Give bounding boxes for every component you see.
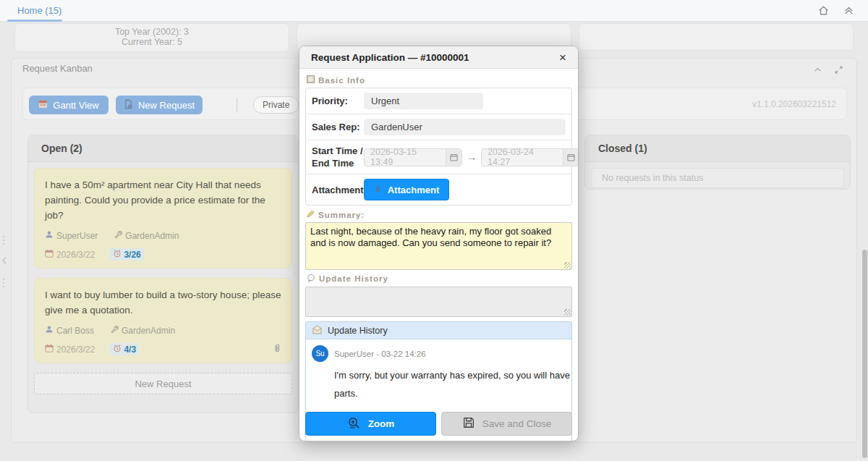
collapse-all-icon[interactable] <box>843 4 855 17</box>
modal-header: Request Application — #10000001 × <box>299 46 578 69</box>
gantt-view-label: Gantt View <box>53 100 98 111</box>
modal-footer: Zoom Save and Close <box>299 409 578 441</box>
history-entry-message: I'm sorry, but your warranty has expired… <box>334 366 571 402</box>
sales-rep-input[interactable]: GardenUser <box>364 119 566 135</box>
card-counter: 4/3 <box>124 344 136 355</box>
time-label-line1: Start Time / <box>312 145 363 156</box>
resize-grip[interactable] <box>564 262 571 268</box>
stats-panel-right <box>579 23 854 51</box>
wrench-icon <box>110 325 119 336</box>
tab-bar: Home (15) <box>0 0 868 22</box>
paperclip-icon <box>273 343 281 355</box>
modal-title: Request Application — #10000001 <box>311 52 556 63</box>
wrench-icon <box>114 230 122 241</box>
version-text: v1.1.0.202603221512 <box>752 99 836 109</box>
new-request-button[interactable]: New Request <box>116 96 203 114</box>
time-label-line2: End Time <box>312 158 354 169</box>
new-request-label: New Request <box>138 100 195 111</box>
attachment-button-label: Attachment <box>388 185 440 195</box>
panel-title: Request Kanban <box>22 63 93 74</box>
column-new-request-label: New Request <box>135 378 191 389</box>
card-owner: Carl Boss <box>56 326 94 336</box>
top-year-stat: Top Year (2002): 3 <box>15 27 289 37</box>
user-icon <box>45 325 54 336</box>
end-time-value[interactable]: 2026-03-24 14:27 <box>482 147 563 167</box>
basic-info-icon <box>307 75 315 85</box>
gantt-view-button[interactable]: Gantt View <box>29 96 109 114</box>
kanban-column-open: Open (2) I have a 50m² apartment near Ci… <box>27 135 299 413</box>
request-application-modal: Request Application — #10000001 × Basic … <box>299 46 579 441</box>
start-time-field[interactable]: 2026-03-15 13:49 <box>364 148 462 166</box>
kanban-column-closed: Closed (1) No requests in this status <box>584 135 851 190</box>
collapse-panel-icon[interactable] <box>813 64 822 77</box>
resize-grip[interactable] <box>564 309 571 316</box>
closed-column-header: Closed (1) <box>585 135 850 162</box>
update-history-envelope-icon <box>312 325 323 337</box>
save-floppy-icon <box>462 416 475 431</box>
card-text: I have a 50m² apartment near City Hall t… <box>45 177 281 223</box>
card-date-text: 2026/3/22 <box>56 250 95 260</box>
update-history-textarea[interactable] <box>305 287 572 317</box>
arrow-right-glyph: → <box>467 151 477 163</box>
toolbar-divider <box>237 98 237 112</box>
save-and-close-label: Save and Close <box>482 418 551 429</box>
private-filter-button[interactable]: Private <box>253 96 299 114</box>
save-and-close-button[interactable]: Save and Close <box>441 412 572 436</box>
new-request-file-icon <box>124 99 133 111</box>
history-entry-meta: SuperUser - 03-22 14:26 <box>334 350 426 358</box>
zoom-magnifier-icon <box>347 416 361 432</box>
avatar: Su <box>312 345 328 362</box>
attachment-clip-icon <box>374 184 382 196</box>
calendar-icon <box>45 344 54 355</box>
app-screen: Home (15) Top Year (2002): 3 Current Yea… <box>0 0 868 461</box>
user-icon <box>45 230 54 241</box>
stats-panel: Top Year (2002): 3 Current Year: 5 <box>14 23 289 52</box>
summary-textarea[interactable]: Last night, because of the heavy rain, m… <box>305 222 572 270</box>
calendar-picker-icon[interactable] <box>563 149 579 166</box>
update-history-bubble-icon <box>307 274 315 284</box>
basic-info-fieldset: Priority: Urgent Sales Rep: GardenUser S… <box>305 88 572 206</box>
tab-active-underline <box>7 20 62 22</box>
card-date-text: 2026/3/22 <box>56 344 95 355</box>
gantt-calendar-icon <box>38 99 48 111</box>
expand-panel-icon[interactable] <box>834 64 843 77</box>
zoom-button[interactable]: Zoom <box>305 412 436 436</box>
attachment-label: Attachment <box>312 184 364 196</box>
card-counter: 3/26 <box>124 250 140 260</box>
card-assignee: GardenAdmin <box>122 326 175 336</box>
basic-info-label: Basic Info <box>318 76 365 85</box>
vertical-scrollbar[interactable] <box>862 250 867 458</box>
card-text: I want to buy lumber to build a two-stor… <box>45 287 281 318</box>
current-year-stat: Current Year: 5 <box>15 37 289 47</box>
close-icon[interactable]: × <box>556 50 569 65</box>
card-counter-badge: 3/26 <box>109 248 144 261</box>
card-assignee: GardenAdmin <box>125 231 179 241</box>
calendar-icon <box>45 249 54 260</box>
card-owner: SuperUser <box>56 231 98 241</box>
panel-handle-dots-icon[interactable] <box>1 278 6 291</box>
zoom-button-label: Zoom <box>368 418 395 429</box>
calendar-picker-icon[interactable] <box>446 149 461 166</box>
summary-memo-icon <box>307 210 315 219</box>
start-time-value[interactable]: 2026-03-15 13:49 <box>365 147 446 167</box>
sales-rep-label: Sales Rep: <box>312 121 364 133</box>
tab-home[interactable]: Home (15) <box>17 5 61 16</box>
priority-label: Priority: <box>312 95 364 107</box>
end-time-field[interactable]: 2026-03-24 14:27 <box>481 148 579 166</box>
history-panel-title: Update History <box>328 326 388 336</box>
open-column-header: Open (2) <box>28 135 298 162</box>
update-history-label: Update History <box>319 274 388 283</box>
panel-handle-dots-icon[interactable] <box>1 235 6 248</box>
summary-label: Summary: <box>318 211 365 219</box>
kanban-card[interactable]: I want to buy lumber to build a two-stor… <box>34 278 292 363</box>
private-label: Private <box>263 100 289 110</box>
panel-handle-chevron-icon[interactable] <box>1 255 7 268</box>
alarm-icon <box>113 249 122 260</box>
column-new-request-button[interactable]: New Request <box>34 373 292 394</box>
kanban-card[interactable]: I have a 50m² apartment near City Hall t… <box>34 168 292 268</box>
closed-empty-placeholder: No requests in this status <box>591 168 844 188</box>
priority-input[interactable]: Urgent <box>364 93 483 109</box>
summary-text: Last night, because of the heavy rain, m… <box>310 226 551 248</box>
home-icon[interactable] <box>817 4 830 17</box>
attachment-button[interactable]: Attachment <box>364 179 449 200</box>
